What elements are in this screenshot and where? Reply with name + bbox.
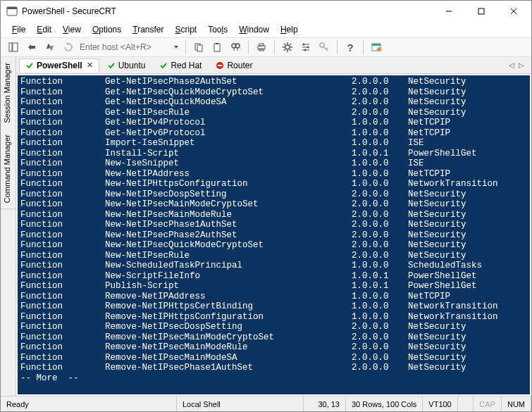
svg-point-32 [307,46,309,49]
terminal-row: FunctionNew-NetIPsecMainModeCryptoSet2.0… [20,199,530,210]
dropdown-icon[interactable] [171,39,181,56]
terminal[interactable]: FunctionGet-NetIPsecPhase2AuthSet2.0.0.0… [18,75,530,394]
terminal-row: FunctionGet-NetIPsecRule2.0.0.0NetSecuri… [20,108,530,118]
menu-file[interactable]: File [8,23,30,36]
find-icon[interactable] [227,39,244,56]
terminal-row: FunctionRemove-NetIPAddress1.0.0.0NetTCP… [20,292,530,302]
terminal-row: FunctionGet-NetIPv6Protocol1.0.0.0NetTCP… [20,128,530,139]
help-icon[interactable]: ? [342,39,359,56]
settings-icon[interactable] [279,39,296,56]
properties-icon[interactable] [297,39,314,56]
terminal-row: FunctionNew-NetIPsecQuickModeCryptoSet2.… [20,240,530,251]
terminal-row: FunctionRemove-NetIPHttpsConfiguration1.… [20,312,530,323]
stop-icon [216,61,224,70]
svg-line-36 [326,48,328,49]
svg-point-33 [304,49,307,51]
session-tab-ubuntu[interactable]: Ubuntu [101,58,152,73]
menu-tools[interactable]: Tools [204,23,232,36]
toolbar: ? [1,37,531,57]
tab-next-icon[interactable]: ▷ [519,61,524,69]
tab-label: Red Hat [171,61,202,70]
terminal-row: FunctionNew-IseSnippet1.0.0.0ISE [20,158,530,169]
status-cap: CAP [474,397,502,411]
menu-window[interactable]: Window [235,23,273,36]
sidetab-command-manager[interactable]: Command Manager [1,129,16,209]
check-icon [107,61,116,70]
status-num: NUM [502,397,531,411]
more-prompt: -- More -- [20,373,530,384]
session-tab-powershell[interactable]: PowerShell✕ [19,58,99,73]
status-size: 30 Rows, 100 Cols [346,397,423,411]
tab-label: PowerShell [37,61,82,70]
securefx-icon[interactable] [368,39,385,56]
terminal-row: FunctionInstall-Script1.0.0.1PowerShellG… [20,149,530,159]
terminal-row: FunctionRemove-NetIPHttpsCertBinding1.0.… [20,301,530,312]
terminal-row: FunctionRemove-NetIPsecMainModeSA2.0.0.0… [20,353,530,363]
terminal-row: FunctionGet-NetIPv4Protocol1.0.0.0NetTCP… [20,118,530,128]
status-term: VT100 [423,397,457,411]
menu-options[interactable]: Options [88,23,125,36]
menu-view[interactable]: View [58,23,85,36]
terminal-row: FunctionGet-NetIPsecQuickModeCryptoSet2.… [20,87,530,98]
copy-icon[interactable] [190,39,207,56]
reconnect-icon[interactable] [60,39,77,56]
terminal-row: FunctionRemove-NetIPsecMainModeRule2.0.0… [20,342,530,353]
svg-point-19 [285,45,290,49]
paste-icon[interactable] [209,39,225,56]
terminal-row: FunctionNew-NetIPsecPhase2AuthSet2.0.0.0… [20,230,530,241]
svg-rect-9 [197,45,202,51]
menubar: File Edit View Options Transfer Script T… [1,22,531,37]
session-tabs: PowerShell✕UbuntuRed HatRouter ◁ ▷ [16,57,531,74]
menu-transfer[interactable]: Transfer [128,23,168,36]
svg-rect-6 [9,43,12,51]
status-ready: Ready [1,397,177,411]
key-icon[interactable] [316,39,333,56]
menu-edit[interactable]: Edit [32,23,56,36]
window-title: PowerShell - SecureCRT [22,6,433,16]
terminal-row: FunctionGet-NetIPsecPhase2AuthSet2.0.0.0… [20,77,530,87]
side-tabs: Session Manager Command Manager [1,57,16,396]
session-tab-red-hat[interactable]: Red Hat [153,58,208,73]
svg-point-31 [303,44,305,46]
tab-prev-icon[interactable]: ◁ [509,61,514,69]
terminal-row: FunctionNew-NetIPHttpsConfiguration1.0.0… [20,179,530,189]
titlebar: PowerShell - SecureCRT [1,1,531,22]
terminal-row: FunctionNew-NetIPsecPhase1AuthSet2.0.0.0… [20,220,530,230]
tab-label: Router [227,61,252,70]
svg-line-24 [284,44,285,45]
svg-rect-7 [13,43,18,51]
svg-rect-3 [478,8,484,14]
minimize-button[interactable] [433,1,465,22]
svg-rect-17 [259,44,264,46]
close-button[interactable] [497,1,530,22]
terminal-row: FunctionRemove-NetIPsecMainModeCryptoSet… [20,332,530,343]
terminal-row: FunctionNew-ScheduledTaskPrincipal1.0.0.… [20,261,530,271]
check-icon [25,61,34,70]
session-manager-icon[interactable] [5,39,22,56]
check-icon [159,61,168,70]
svg-rect-10 [214,44,220,51]
sidetab-session-manager[interactable]: Session Manager [1,57,16,129]
quick-connect-icon[interactable] [23,39,40,56]
terminal-row: FunctionGet-NetIPsecQuickModeSA2.0.0.0Ne… [20,97,530,108]
svg-line-25 [290,49,291,51]
session-tab-router[interactable]: Router [209,58,259,73]
menu-script[interactable]: Script [171,23,202,36]
print-icon[interactable] [253,39,270,56]
terminal-row: FunctionPublish-Script1.0.0.1PowerShellG… [20,281,530,292]
terminal-row: FunctionRemove-NetIPsecPhase1AuthSet2.0.… [20,363,530,373]
tab-label: Ubuntu [118,61,146,70]
terminal-row: FunctionImport-IseSnippet1.0.0.0ISE [20,138,530,149]
terminal-row: FunctionNew-NetIPsecDospSetting2.0.0.0Ne… [20,189,530,200]
close-icon[interactable]: ✕ [87,61,93,70]
connect-icon[interactable] [42,39,58,56]
menu-help[interactable]: Help [276,23,302,36]
svg-rect-38 [372,44,381,46]
host-input[interactable] [78,41,170,54]
status-shell: Local Shell [177,397,304,411]
terminal-row: FunctionNew-NetIPsecRule2.0.0.0NetSecuri… [20,251,530,261]
statusbar: Ready Local Shell 30, 13 30 Rows, 100 Co… [1,396,531,411]
maximize-button[interactable] [465,1,497,22]
status-pos: 30, 13 [304,397,346,411]
svg-rect-41 [218,65,222,66]
